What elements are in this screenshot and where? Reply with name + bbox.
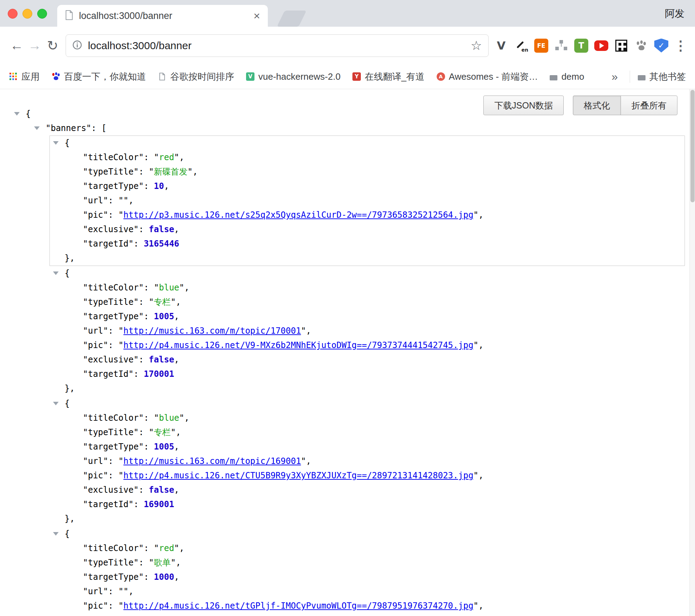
json-key: "typeTitle" (83, 558, 139, 568)
json-url-link[interactable]: http://p4.music.126.net/tGPljf-IMOCyPvum… (124, 601, 474, 611)
url-text[interactable]: localhost:3000/banner (88, 40, 465, 52)
vimium-icon[interactable] (494, 39, 508, 53)
json-url-link[interactable]: http://p4.music.126.net/CTU5B9R9y3XyYBZX… (124, 471, 474, 480)
json-key: "pic" (83, 210, 108, 220)
bookmark-item[interactable]: Awesomes - 前端资… (437, 71, 538, 83)
json-url-link[interactable]: http://music.163.com/m/topic/170001 (124, 326, 301, 336)
bookmark-label: 百度一下，你就知道 (64, 71, 146, 83)
json-punct: , (164, 181, 169, 191)
json-key: "typeTitle" (83, 167, 139, 177)
close-window-button[interactable] (8, 9, 18, 19)
json-boolean: false (149, 224, 174, 234)
folder-icon (550, 75, 557, 80)
bookmark-item[interactable]: 百度一下，你就知道 (52, 71, 146, 83)
json-line: "url": "http://music.163.com/m/topic/169… (50, 454, 684, 468)
page-icon (158, 72, 166, 81)
json-punct: " (149, 297, 154, 307)
json-punct: : (134, 369, 144, 379)
json-line: "pic": "http://p4.music.126.net/V9-MXz6b… (50, 338, 684, 353)
json-punct: " (474, 340, 478, 350)
zoom-window-button[interactable] (37, 9, 47, 19)
json-line: "targetType": 1005, (50, 440, 684, 454)
json-line: "url": "http://music.163.com/m/topic/170… (50, 324, 684, 338)
apps-icon (9, 72, 18, 81)
json-punct: : (144, 442, 154, 452)
tab-title: localhost:3000/banner (79, 11, 248, 21)
json-url-link[interactable]: http://music.163.com/m/topic/169001 (124, 456, 301, 466)
json-url-link[interactable]: http://p4.music.126.net/V9-MXz6b2MNhEKju… (124, 340, 474, 350)
browser-tab[interactable]: localhost:3000/banner × (57, 5, 268, 27)
json-punct: " (171, 427, 176, 437)
collapse-toggle-icon[interactable] (34, 126, 40, 130)
json-punct: : (108, 196, 118, 205)
json-punct: : (108, 601, 118, 611)
address-bar[interactable]: localhost:3000/banner ☆ (66, 34, 489, 57)
translate-icon[interactable] (514, 39, 528, 53)
bookmark-star-icon[interactable]: ☆ (471, 38, 482, 53)
json-punct: : (139, 355, 149, 365)
info-icon[interactable] (72, 40, 82, 51)
json-punct: " (154, 283, 159, 293)
shield-icon[interactable] (654, 39, 668, 53)
bookmark-item[interactable]: 谷歌按时间排序 (158, 71, 234, 83)
json-punct: " (118, 326, 123, 336)
collapse-toggle-icon[interactable] (53, 402, 59, 405)
json-punct: , (179, 152, 184, 162)
json-punct: , (174, 442, 179, 452)
tampermonkey-icon[interactable] (574, 39, 588, 53)
collapse-toggle-icon[interactable] (53, 271, 59, 275)
json-punct: }, (65, 384, 75, 393)
json-string: 专栏 (154, 297, 171, 307)
bookmark-label: 应用 (21, 71, 40, 83)
json-key: "targetType" (83, 181, 144, 191)
json-key: "targetType" (83, 312, 144, 321)
bookmark-item[interactable]: 在线翻译_有道 (352, 71, 424, 83)
collapse-toggle-icon[interactable] (53, 532, 59, 536)
json-punct: { (65, 268, 70, 278)
json-line: "exclusive": false, (50, 222, 684, 237)
json-url-link[interactable]: http://p3.music.126.net/s25q2x5QyqsAzilC… (124, 210, 474, 220)
minimize-window-button[interactable] (22, 9, 32, 19)
json-key: "titleColor" (83, 413, 144, 423)
fe-icon[interactable] (534, 39, 548, 53)
tab-close-icon[interactable]: × (253, 10, 260, 21)
json-punct: " (174, 152, 179, 162)
bookmark-item[interactable]: 应用 (9, 71, 40, 83)
json-key: "exclusive" (83, 485, 139, 495)
profile-name[interactable]: 阿发 (665, 7, 684, 20)
other-bookmarks[interactable]: 其他书签 (630, 71, 686, 83)
json-punct: : (144, 181, 154, 191)
json-punct: : (139, 297, 149, 307)
bookmarks-overflow-icon[interactable]: » (611, 70, 618, 83)
vertical-scrollbar[interactable] (689, 89, 695, 616)
json-line: }, (50, 251, 684, 266)
youtube-icon[interactable] (594, 40, 608, 51)
json-number: 1000 (154, 572, 174, 582)
collapse-toggle-icon[interactable] (14, 112, 20, 116)
json-punct: " (154, 152, 159, 162)
scrollbar-thumb[interactable] (690, 90, 695, 202)
bookmark-label: demo (561, 71, 584, 82)
json-string: red (159, 152, 174, 162)
json-key: "targetId" (83, 499, 134, 509)
json-punct: " (149, 427, 154, 437)
browser-menu-icon[interactable]: ⋮ (674, 38, 687, 53)
collapse-toggle-icon[interactable] (53, 141, 59, 145)
json-punct: : (144, 152, 154, 162)
bookmark-item[interactable]: demo (550, 71, 584, 82)
new-tab-button[interactable] (277, 11, 306, 27)
bookmark-item[interactable]: vue-hackernews-2.0 (246, 71, 340, 82)
reload-icon[interactable]: ↻ (44, 38, 61, 53)
json-key: "titleColor" (83, 283, 144, 293)
json-punct: : (144, 283, 154, 293)
json-punct: : (108, 326, 118, 336)
qr-icon[interactable] (615, 40, 627, 52)
json-tree: {"banners": [{"titleColor": "red","typeT… (0, 89, 695, 616)
json-punct: " (118, 196, 123, 205)
paw-icon[interactable] (634, 39, 648, 53)
json-punct: , (184, 283, 189, 293)
org-icon[interactable] (554, 39, 568, 53)
json-key: "targetType" (83, 442, 144, 452)
back-icon[interactable]: ← (8, 38, 26, 53)
json-punct: " (179, 413, 184, 423)
